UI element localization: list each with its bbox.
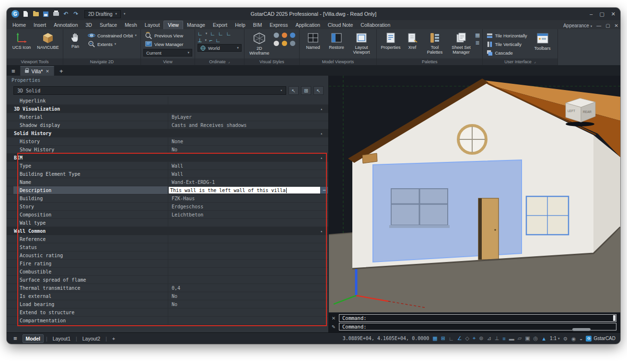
property-value[interactable]: ByLayer — [168, 113, 328, 121]
ucs-world-dropdown[interactable]: World ▾ — [197, 44, 242, 52]
command-history[interactable]: Command: — [339, 314, 616, 322]
ribbon-tab-home[interactable]: Home — [9, 21, 30, 29]
ribbon-tab-express[interactable]: Express — [266, 21, 292, 29]
property-acoustic-rating[interactable]: Acoustic rating — [7, 251, 328, 260]
category-solid-history[interactable]: Solid History▴ — [7, 129, 328, 137]
property-value[interactable]: Erdgeschoss — [168, 203, 328, 210]
command-scrollbar[interactable] — [613, 315, 615, 321]
settings-gear-icon[interactable]: ⚙ — [563, 336, 568, 341]
property-value[interactable] — [168, 219, 328, 227]
restore-viewports-button[interactable]: Restore — [325, 31, 348, 51]
snap-toggle[interactable]: ⊞ — [441, 335, 445, 341]
property-wall-type[interactable]: Wall type — [7, 219, 328, 227]
property-value[interactable] — [168, 276, 328, 284]
property-shadow-display[interactable]: Shadow displayCasts and Receives shadows — [7, 121, 328, 129]
graphics-status-icon[interactable]: ◉ — [571, 336, 576, 341]
ucs-face-icon[interactable]: ∟ — [226, 31, 232, 36]
lineweight-toggle[interactable]: ▬ — [509, 336, 514, 341]
property-story[interactable]: StoryErdgeschoss — [7, 203, 328, 211]
property-combustible[interactable]: Combustible — [7, 268, 328, 276]
property-compartmentation[interactable]: Compartmentation — [7, 317, 328, 325]
dialog-launcher-icon[interactable]: ⌟ — [228, 58, 230, 65]
cascade-button[interactable]: Cascade — [485, 49, 528, 57]
current-view-dropdown[interactable]: Current ▾ — [143, 49, 192, 57]
ribbon-tab-application[interactable]: Application — [291, 21, 324, 29]
object-snap-toggle[interactable]: ⌖ — [473, 335, 476, 341]
property-reference[interactable]: Reference — [7, 235, 328, 243]
ribbon-tab-cloud-note[interactable]: Cloud Note — [324, 21, 357, 29]
navicube-button[interactable]: NAVICUBE — [35, 31, 60, 51]
property-value[interactable]: No — [168, 300, 328, 308]
collapse-icon[interactable]: ▴ — [320, 107, 323, 111]
dynamic-ucs-toggle[interactable]: ⊥ — [495, 335, 499, 341]
visual-style-2d-wireframe-button[interactable]: 2D Wireframe — [247, 31, 272, 57]
grid-toggle[interactable]: ▦ — [432, 335, 437, 341]
tile-horizontally-button[interactable]: Tile Horizontally — [485, 32, 528, 39]
isometric-drafting-toggle[interactable]: ◇ — [465, 335, 469, 341]
visual-style-sphere-icon[interactable] — [273, 32, 279, 38]
property-value[interactable]: 0,4 — [168, 284, 328, 292]
new-file-button[interactable] — [22, 11, 29, 18]
property-type[interactable]: TypeWall — [7, 162, 328, 170]
property-value[interactable]: No — [168, 292, 328, 300]
property-status[interactable]: Status — [7, 243, 328, 251]
ribbon-tab-surface[interactable]: Surface — [96, 21, 121, 29]
transparency-toggle[interactable]: ▱ — [518, 335, 522, 341]
sheet-set-manager-button[interactable]: Sheet Set Manager — [449, 31, 474, 56]
drawing-tabs-menu-icon[interactable]: ≡ — [10, 68, 17, 76]
property-show-history[interactable]: Show HistoryNo — [7, 146, 328, 154]
property-fire-rating[interactable]: Fire rating — [7, 260, 328, 268]
cloud-sync-icon[interactable]: ◒ — [580, 336, 582, 341]
property-value[interactable] — [168, 97, 328, 104]
ribbon-tab-view[interactable]: View — [163, 21, 183, 29]
property-value[interactable]: None — [168, 137, 328, 145]
redo-button[interactable]: ↷ — [72, 11, 80, 18]
property-description[interactable]: DescriptionThis wall is the left wall of… — [7, 186, 328, 194]
property-building-element-type[interactable]: Building Element TypeWall — [7, 170, 328, 178]
chevron-down-icon[interactable]: ▾ — [205, 38, 207, 42]
ucs-named-icon[interactable]: ∟ — [197, 31, 203, 36]
doc-close-button[interactable]: ✕ — [615, 23, 618, 28]
property-value[interactable]: Casts and Receives shadows — [168, 121, 328, 129]
property-value[interactable] — [168, 235, 328, 243]
layout-tab-layout2[interactable]: Layout2 — [80, 335, 103, 342]
property-value[interactable] — [168, 243, 328, 251]
pan-button[interactable]: Pan — [66, 31, 85, 50]
ortho-toggle[interactable]: ∟ — [449, 336, 454, 341]
property-value[interactable] — [168, 268, 328, 275]
property-value[interactable]: This wall is the left wall of this villa… — [168, 186, 328, 194]
visual-style-sphere-icon[interactable] — [290, 40, 296, 46]
property-load-bearing[interactable]: Load bearingNo — [7, 300, 328, 308]
property-hyperlink[interactable]: Hyperlink — [7, 97, 328, 105]
ribbon-tab-manage[interactable]: Manage — [183, 21, 209, 29]
new-layout-button[interactable]: + — [109, 335, 118, 342]
description-input[interactable]: This wall is the left wall of this villa — [169, 187, 320, 193]
property-name[interactable]: NameWand-Ext-ERDG-1 — [7, 178, 328, 186]
previous-view-button[interactable]: Previous View — [143, 32, 192, 39]
doc-restore-button[interactable]: ▢ — [605, 23, 610, 28]
ribbon-tab-3d[interactable]: 3D — [82, 21, 96, 29]
object-snap-tracking-toggle[interactable]: ⊿ — [487, 335, 491, 341]
quick-select-button[interactable]: ⊞ — [301, 86, 311, 95]
ucs-icon-button[interactable]: UCS Icon — [9, 31, 34, 51]
property-composition[interactable]: CompositionLeichtbeton — [7, 211, 328, 219]
property-thermal-transmittance[interactable]: Thermal transmittance0,4 — [7, 284, 328, 292]
category-wall-common[interactable]: Wall Common▴ — [7, 227, 328, 235]
ucs-object-icon[interactable]: ∟ — [218, 31, 223, 36]
property-material[interactable]: MaterialByLayer — [7, 113, 328, 121]
horizontal-scrollbar-thumb[interactable] — [572, 328, 591, 331]
dialog-launcher-icon[interactable]: ⌟ — [534, 58, 536, 65]
xref-palette-button[interactable]: Xref — [404, 31, 421, 51]
quick-access-overflow-icon[interactable]: ▾ — [124, 12, 126, 16]
layout-tab-model[interactable]: Model — [23, 334, 44, 343]
ribbon-tab-annotation[interactable]: Annotation — [50, 21, 81, 29]
layout-viewport-button[interactable]: Layout Viewport — [349, 31, 374, 56]
open-file-button[interactable] — [32, 11, 39, 18]
property-value[interactable]: Wall — [168, 162, 328, 170]
ribbon-tab-mesh[interactable]: Mesh — [121, 21, 141, 29]
visual-style-gallery[interactable] — [273, 31, 297, 47]
quick-calc-icon[interactable]: ≣ — [475, 40, 480, 46]
property-is-external[interactable]: Is externalNo — [7, 292, 328, 300]
constrained-orbit-button[interactable]: Constrained Orbit ▾ — [86, 32, 138, 39]
description-expand-button[interactable]: ⋯ — [321, 187, 328, 193]
